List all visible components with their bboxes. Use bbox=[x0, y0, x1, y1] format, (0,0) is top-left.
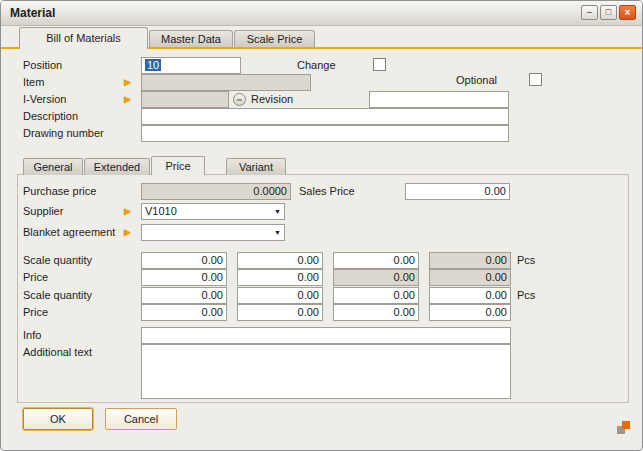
supplier-combo[interactable]: V1010 ▼ bbox=[141, 203, 285, 220]
scale-quantity-1-field-1[interactable]: 0.00 bbox=[141, 252, 227, 269]
sales-price-field[interactable]: 0.00 bbox=[405, 183, 510, 200]
revision-label: Revision bbox=[251, 91, 293, 108]
scale-quantity-2-field-4[interactable]: 0.00 bbox=[429, 287, 511, 304]
purchase-price-field[interactable]: 0.0000 bbox=[141, 183, 291, 200]
iversion-field[interactable] bbox=[141, 91, 229, 108]
supplier-dropdown-arrow-icon[interactable]: ▼ bbox=[274, 208, 281, 216]
tab-variant[interactable]: Variant bbox=[226, 158, 286, 175]
material-window: Material – □ × Bill of Materials Master … bbox=[0, 0, 643, 451]
price-2-field-4[interactable]: 0.00 bbox=[429, 304, 511, 321]
price-2-field-1[interactable]: 0.00 bbox=[141, 304, 227, 321]
cancel-button[interactable]: Cancel bbox=[105, 408, 177, 430]
position-label: Position bbox=[23, 57, 62, 74]
supplier-label: Supplier bbox=[23, 203, 63, 220]
iversion-circle-icon[interactable] bbox=[233, 93, 246, 106]
sales-price-label: Sales Price bbox=[299, 183, 355, 200]
info-label: Info bbox=[23, 327, 41, 344]
scale-quantity-2-field-2[interactable]: 0.00 bbox=[237, 287, 323, 304]
restore-button[interactable]: □ bbox=[600, 5, 617, 20]
tab-extended[interactable]: Extended bbox=[84, 158, 150, 175]
scale-quantity-2-field-1[interactable]: 0.00 bbox=[141, 287, 227, 304]
tab-price[interactable]: Price bbox=[151, 156, 205, 175]
scale-quantity-1-field-3[interactable]: 0.00 bbox=[333, 252, 419, 269]
scale-quantity-2-field-3[interactable]: 0.00 bbox=[333, 287, 419, 304]
scale-quantity-1-field-2[interactable]: 0.00 bbox=[237, 252, 323, 269]
info-field[interactable] bbox=[141, 327, 511, 344]
tab-general[interactable]: General bbox=[23, 158, 83, 175]
blanket-agreement-dropdown-arrow-icon[interactable]: ▼ bbox=[274, 229, 281, 237]
position-field[interactable]: 10 bbox=[141, 57, 241, 74]
window-title: Material bbox=[10, 1, 55, 25]
revision-field[interactable] bbox=[369, 91, 509, 108]
drawing-number-label: Drawing number bbox=[23, 125, 104, 142]
price-2-label: Price bbox=[23, 304, 48, 321]
blanket-agreement-label: Blanket agreement bbox=[23, 224, 115, 241]
description-field[interactable] bbox=[141, 108, 509, 125]
position-selected-text: 10 bbox=[145, 59, 161, 71]
optional-checkbox[interactable] bbox=[529, 73, 542, 86]
change-label: Change bbox=[297, 57, 336, 74]
price-2-field-3[interactable]: 0.00 bbox=[333, 304, 419, 321]
scale-quantity-1-unit-label: Pcs bbox=[517, 252, 535, 269]
price-1-field-4[interactable]: 0.00 bbox=[429, 269, 511, 286]
minimize-button[interactable]: – bbox=[581, 5, 598, 20]
window-controls: – □ × bbox=[581, 5, 636, 20]
scale-quantity-1-label: Scale quantity bbox=[23, 252, 92, 269]
price-1-field-3[interactable]: 0.00 bbox=[333, 269, 419, 286]
scale-quantity-1-field-4[interactable]: 0.00 bbox=[429, 252, 511, 269]
scale-quantity-2-label: Scale quantity bbox=[23, 287, 92, 304]
item-label: Item bbox=[23, 74, 44, 91]
blanket-agreement-link-arrow-icon[interactable]: ► bbox=[122, 226, 133, 239]
additional-text-label: Additional text bbox=[23, 344, 92, 361]
resize-grip-orange-square bbox=[622, 421, 630, 429]
additional-text-field[interactable] bbox=[141, 344, 511, 399]
iversion-label: I-Version bbox=[23, 91, 66, 108]
close-button[interactable]: × bbox=[619, 5, 636, 20]
purchase-price-label: Purchase price bbox=[23, 183, 96, 200]
supplier-link-arrow-icon[interactable]: ► bbox=[122, 205, 133, 218]
price-1-label: Price bbox=[23, 269, 48, 286]
item-field[interactable] bbox=[141, 74, 311, 91]
title-bar: Material – □ × bbox=[1, 1, 642, 26]
price-1-field-2[interactable]: 0.00 bbox=[237, 269, 323, 286]
change-checkbox[interactable] bbox=[373, 58, 386, 71]
tab-bill-of-materials[interactable]: Bill of Materials bbox=[19, 27, 148, 49]
blanket-agreement-combo[interactable]: ▼ bbox=[141, 224, 285, 241]
ok-button[interactable]: OK bbox=[23, 408, 93, 430]
price-1-field-1[interactable]: 0.00 bbox=[141, 269, 227, 286]
tab-master-data[interactable]: Master Data bbox=[149, 30, 233, 47]
drawing-number-field[interactable] bbox=[141, 125, 509, 142]
optional-label: Optional bbox=[456, 72, 497, 89]
iversion-link-arrow-icon[interactable]: ► bbox=[122, 93, 133, 106]
item-link-arrow-icon[interactable]: ► bbox=[122, 76, 133, 89]
supplier-combo-value: V1010 bbox=[145, 205, 177, 217]
resize-grip-icon[interactable] bbox=[617, 421, 630, 434]
price-2-field-2[interactable]: 0.00 bbox=[237, 304, 323, 321]
description-label: Description bbox=[23, 108, 78, 125]
scale-quantity-2-unit-label: Pcs bbox=[517, 287, 535, 304]
tab-scale-price[interactable]: Scale Price bbox=[234, 30, 315, 47]
